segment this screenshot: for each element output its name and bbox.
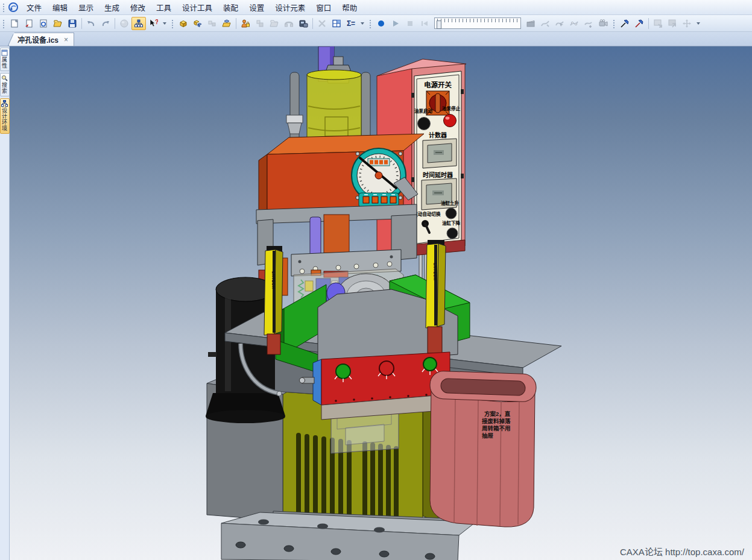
file-preview-button[interactable] — [36, 17, 51, 30]
formula-button[interactable]: Σ= — [344, 17, 358, 30]
menu-modify[interactable]: 修改 — [125, 0, 151, 15]
stop-animation-button[interactable] — [403, 17, 417, 30]
menu-edit[interactable]: 编辑 — [47, 0, 73, 15]
menubar-grip[interactable] — [2, 2, 5, 12]
sidebar-item-label: 设计环境 — [1, 107, 8, 131]
menu-window[interactable]: 窗口 — [311, 0, 337, 15]
redo-button[interactable] — [98, 17, 113, 30]
pump-start-label: 油泵启动 — [414, 108, 432, 114]
svg-text:周转箱不用: 周转箱不用 — [482, 425, 511, 432]
open-part-library-button[interactable] — [220, 17, 234, 30]
rewind-animation-button[interactable] — [417, 17, 432, 30]
save-button[interactable] — [65, 17, 80, 30]
capture-region-button[interactable] — [665, 17, 680, 30]
timer-label: 时间延时器 — [423, 171, 453, 178]
save-parts-button[interactable] — [296, 17, 311, 30]
capture-view-button[interactable] — [651, 17, 665, 30]
pump-stop-label: 油泵停止 — [442, 105, 460, 112]
panel-title: 电源开关 — [424, 81, 452, 89]
svg-text:抽屉: 抽屉 — [482, 432, 494, 439]
jog-auto-label: 点动自动切换 — [414, 211, 441, 217]
light-curtain-left[interactable]: LNTECH — [264, 246, 283, 354]
hydraulic-cylinder[interactable] — [307, 70, 361, 142]
viewport-canvas[interactable]: 电源开关 油泵启动 油泵停止 计数器 时间延时器 — [10, 46, 752, 560]
properties-icon — [1, 49, 8, 56]
measure-pick-button[interactable] — [618, 17, 632, 30]
sensor-brand-left: LNTECH — [271, 271, 276, 289]
record-animation-button[interactable] — [374, 17, 388, 30]
design-tree-icon — [1, 100, 8, 107]
3d-viewport[interactable]: 电源开关 油泵启动 油泵停止 计数器 时间延时器 — [10, 46, 752, 560]
menu-design-tools[interactable]: 设计工具 — [177, 0, 218, 15]
menu-bar: 文件 编辑 显示 生成 修改 工具 设计工具 装配 设置 设计元素 窗口 帮助 — [0, 0, 752, 15]
measure-pick-alt-button[interactable] — [632, 17, 646, 30]
help-pointer-button[interactable]: ? — [146, 17, 160, 30]
constraint-lock-button[interactable] — [238, 17, 253, 30]
motion-curve-edit-button[interactable] — [567, 17, 581, 30]
menu-design-elements[interactable]: 设计元素 — [270, 0, 311, 15]
waste-bucket[interactable]: 方案2，直 接废料掉落 周转箱不用 抽屉 — [429, 371, 536, 527]
new-part-button[interactable] — [176, 17, 191, 30]
left-dock-tabs: 属性 搜索 设计环境 — [0, 46, 10, 560]
part-folder-button[interactable] — [267, 17, 282, 30]
toolbar-overflow-2[interactable] — [361, 22, 364, 25]
undo-button[interactable] — [84, 17, 98, 30]
deactivate-tool-button[interactable] — [315, 17, 329, 30]
menu-help[interactable]: 帮助 — [337, 0, 362, 15]
main-toolbar: ? Σ= — [0, 15, 752, 32]
menu-tools[interactable]: 工具 — [151, 0, 177, 15]
menu-assembly[interactable]: 装配 — [218, 0, 244, 15]
sensor-brand-right: LNTECH — [433, 263, 437, 280]
svg-text:?: ? — [155, 19, 158, 25]
machine-base[interactable] — [221, 511, 476, 560]
timeline-thumb[interactable] — [437, 20, 441, 29]
sidebar-item-label: 搜索 — [1, 82, 8, 94]
pan-view-button[interactable] — [680, 17, 694, 30]
toolbar-overflow-3[interactable] — [697, 22, 700, 25]
motion-curve-draw-button[interactable] — [538, 17, 552, 30]
toolbar-grip-1[interactable] — [2, 19, 5, 28]
toolbar-overflow-1[interactable] — [163, 22, 166, 25]
svg-text:方案2，直: 方案2，直 — [484, 411, 511, 417]
toolbar-grip-3[interactable] — [368, 19, 372, 28]
cylinder-up-label: 油缸上升 — [441, 200, 459, 206]
document-tab[interactable]: 冲孔设备.ics × — [8, 33, 74, 46]
group-parts-button[interactable] — [253, 17, 267, 30]
open-file-button[interactable] — [51, 17, 65, 30]
window-split-button[interactable] — [329, 17, 344, 30]
counter-label: 计数器 — [429, 131, 447, 139]
svg-text:接废料掉落: 接废料掉落 — [482, 418, 511, 424]
menu-settings[interactable]: 设置 — [244, 0, 270, 15]
menu-file[interactable]: 文件 — [21, 0, 47, 15]
document-tab-bar: 冲孔设备.ics × — [0, 32, 752, 46]
sidebar-item-design-environment[interactable]: 设计环境 — [0, 98, 10, 134]
animation-timeline-slider[interactable] — [434, 17, 521, 29]
sidebar-item-label: 属性 — [1, 57, 8, 69]
keyframe-board-button[interactable] — [523, 17, 538, 30]
render-mode-button[interactable] — [117, 17, 131, 30]
pressure-gauge[interactable] — [352, 148, 406, 207]
motion-curve-select-button[interactable] — [552, 17, 567, 30]
sidebar-item-properties[interactable]: 属性 — [0, 48, 10, 71]
linked-parts-button[interactable] — [205, 17, 220, 30]
export-part-button[interactable] — [282, 17, 296, 30]
new-file-button[interactable] — [7, 17, 22, 30]
import-file-button[interactable] — [22, 17, 36, 30]
cylinder-down-label: 油缸下降 — [442, 220, 460, 226]
toolbar-grip-2[interactable] — [171, 19, 174, 28]
design-tree-button[interactable] — [131, 17, 146, 30]
menu-generate[interactable]: 生成 — [99, 0, 125, 15]
feeder-beam[interactable] — [300, 352, 450, 420]
camera-path-button[interactable] — [596, 17, 610, 30]
timeline-ticks — [437, 19, 518, 22]
play-animation-button[interactable] — [388, 17, 403, 30]
motion-curve-add-button[interactable] — [581, 17, 596, 30]
document-tab-label: 冲孔设备.ics — [17, 34, 58, 45]
watermark: CAXA论坛 http://top.caxa.com/ — [620, 547, 745, 557]
tab-close-icon[interactable]: × — [64, 36, 68, 44]
toolbar-grip-4[interactable] — [612, 19, 616, 28]
menu-view[interactable]: 显示 — [73, 0, 99, 15]
sidebar-item-search[interactable]: 搜索 — [0, 73, 10, 96]
search-icon — [1, 75, 8, 81]
assemble-parts-button[interactable] — [191, 17, 205, 30]
